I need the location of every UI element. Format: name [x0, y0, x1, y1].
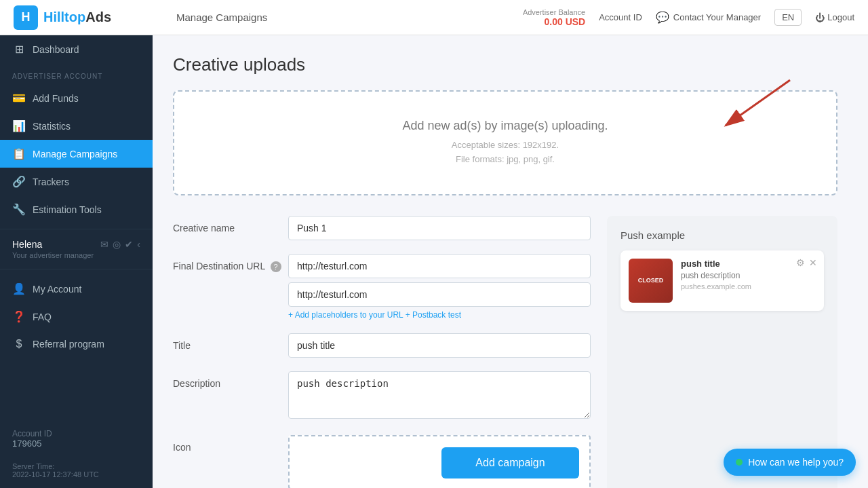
sidebar-item-faq[interactable]: ❓ FAQ [0, 303, 153, 331]
manager-name: Helena ✉ ◎ ✔ ‹ [12, 239, 140, 250]
gear-icon[interactable]: ⚙ [796, 257, 805, 268]
sidebar-account-id: Account ID 179605 [0, 421, 153, 457]
contact-manager-button[interactable]: 💬 Contact Your Manager [656, 11, 761, 24]
tools-icon: 🔧 [12, 203, 26, 216]
url-hints: + Add placeholders to your URL + Postbac… [288, 310, 591, 320]
push-card-image-inner: CLOSED [629, 259, 673, 303]
title-input-wrap [288, 333, 591, 358]
sidebar-item-referral[interactable]: $ Referral program [0, 331, 153, 358]
upload-main-text: Add new ad(s) by image(s) uploading. [201, 119, 809, 133]
creative-name-input-wrap [288, 216, 591, 240]
skype-icon[interactable]: ◎ [113, 239, 121, 250]
upload-sub-text-2: File formats: jpg, png, gif. [201, 153, 809, 167]
page-title: Creative uploads [173, 54, 837, 75]
title-label: Title [173, 333, 288, 351]
collapse-icon[interactable]: ‹ [137, 239, 140, 250]
content-inner: Creative uploads Add new ad(s) [153, 35, 858, 488]
logo-text: HilltopAds [43, 10, 111, 25]
form-field-description: Description push description [173, 371, 591, 421]
push-card-url: pushes.example.com [681, 282, 751, 290]
sidebar-item-label: Estimation Tools [33, 204, 102, 215]
faq-icon: ❓ [12, 310, 26, 323]
chart-icon: 📊 [12, 119, 26, 132]
push-card-title: push title [681, 259, 751, 269]
description-label: Description [173, 371, 288, 389]
form-field-title: Title [173, 333, 591, 358]
dollar-icon: $ [12, 338, 26, 350]
chat-bubble[interactable]: How can we help you? [724, 449, 856, 476]
manager-role: Your advertiser manager [12, 251, 140, 259]
form-field-creative-name: Creative name [173, 216, 591, 240]
sidebar-item-my-account[interactable]: 👤 My Account [0, 275, 153, 303]
push-card-content: push title push description pushes.examp… [681, 259, 751, 290]
app-header: H HilltopAds Manage Campaigns Advertiser… [0, 0, 868, 35]
sidebar: ⊞ Dashboard ADVERTISER ACCOUNT 💳 Add Fun… [0, 35, 153, 488]
balance-label: Advertiser Balance [523, 8, 585, 16]
logout-button[interactable]: ⏻ Logout [815, 12, 854, 23]
sidebar-item-dashboard[interactable]: ⊞ Dashboard [0, 35, 153, 63]
sidebar-item-label: Statistics [33, 121, 71, 132]
sidebar-item-label: Add Funds [33, 93, 79, 104]
sidebar-item-add-funds[interactable]: 💳 Add Funds [0, 84, 153, 112]
description-textarea[interactable]: push description [288, 371, 591, 419]
final-url-label: Final Destination URL ? [173, 254, 288, 272]
sidebar-item-manage-campaigns[interactable]: 📋 Manage Campaigns [0, 140, 153, 168]
sidebar-item-label: My Account [33, 284, 81, 295]
header-nav: Manage Campaigns [163, 12, 523, 23]
manager-icons: ✉ ◎ ✔ ‹ [100, 239, 140, 250]
push-card-image: CLOSED [629, 259, 673, 303]
description-input-wrap: push description [288, 371, 591, 421]
form-field-final-url: Final Destination URL ? + Add placeholde… [173, 254, 591, 320]
push-card-controls: ⚙ ✕ [796, 257, 817, 268]
sidebar-item-trackers[interactable]: 🔗 Trackers [0, 168, 153, 195]
postback-test-link[interactable]: + Postback test [406, 310, 461, 320]
content-area: Creative uploads Add new ad(s) [153, 35, 868, 488]
sidebar-item-estimation-tools[interactable]: 🔧 Estimation Tools [0, 195, 153, 223]
chat-online-dot [736, 459, 743, 466]
final-url-input-primary[interactable] [288, 254, 591, 278]
nav-title: Manage Campaigns [176, 12, 267, 23]
sidebar-item-label: Trackers [33, 176, 69, 187]
email-icon[interactable]: ✉ [100, 239, 108, 250]
account-id-header: Account ID [599, 12, 642, 22]
push-card: ⚙ ✕ CLOSED push title push description p… [620, 250, 824, 311]
creative-name-label: Creative name [173, 216, 288, 233]
upload-area[interactable]: Add new ad(s) by image(s) uploading. Acc… [173, 90, 837, 195]
main-layout: ⊞ Dashboard ADVERTISER ACCOUNT 💳 Add Fun… [0, 35, 868, 488]
help-icon[interactable]: ? [271, 261, 281, 272]
header-right: Advertiser Balance 0.00 USD Account ID 💬… [523, 8, 854, 27]
plus-icon: 💳 [12, 92, 26, 105]
upload-sub-text-1: Acceptable sizes: 192x192. [201, 138, 809, 153]
sidebar-item-label: Manage Campaigns [33, 149, 117, 159]
push-card-description: push description [681, 271, 751, 280]
account-icon: 👤 [12, 282, 26, 295]
final-url-input-secondary[interactable] [288, 282, 591, 307]
trackers-icon: 🔗 [12, 175, 26, 188]
final-url-input-wrap: + Add placeholders to your URL + Postbac… [288, 254, 591, 320]
upload-section: Add new ad(s) by image(s) uploading. Acc… [173, 90, 837, 195]
advertiser-balance: Advertiser Balance 0.00 USD [523, 8, 585, 27]
sidebar-item-label: Referral program [33, 339, 104, 350]
balance-amount: 0.00 USD [523, 16, 585, 27]
push-example-title: Push example [620, 229, 824, 241]
sidebar-section-label: ADVERTISER ACCOUNT [0, 63, 153, 84]
creative-name-input[interactable] [288, 216, 591, 240]
sidebar-item-label: FAQ [33, 312, 52, 322]
language-button[interactable]: EN [774, 9, 802, 26]
sidebar-item-label: Dashboard [33, 44, 79, 55]
add-placeholders-link[interactable]: + Add placeholders to your URL [288, 310, 403, 320]
sidebar-item-statistics[interactable]: 📊 Statistics [0, 112, 153, 140]
logo: H HilltopAds [14, 5, 163, 30]
chat-label: How can we help you? [748, 457, 844, 468]
shield-icon[interactable]: ✔ [125, 239, 133, 250]
add-campaign-button[interactable]: Add campaign [441, 447, 578, 478]
title-input[interactable] [288, 333, 591, 358]
server-time: Server Time: 2022-10-17 12:37:48 UTC [0, 457, 153, 488]
logo-icon: H [14, 5, 38, 30]
manager-section: Helena ✉ ◎ ✔ ‹ Your advertiser manager [0, 229, 153, 269]
campaigns-icon: 📋 [12, 147, 26, 160]
grid-icon: ⊞ [12, 43, 26, 56]
close-icon[interactable]: ✕ [809, 257, 817, 268]
